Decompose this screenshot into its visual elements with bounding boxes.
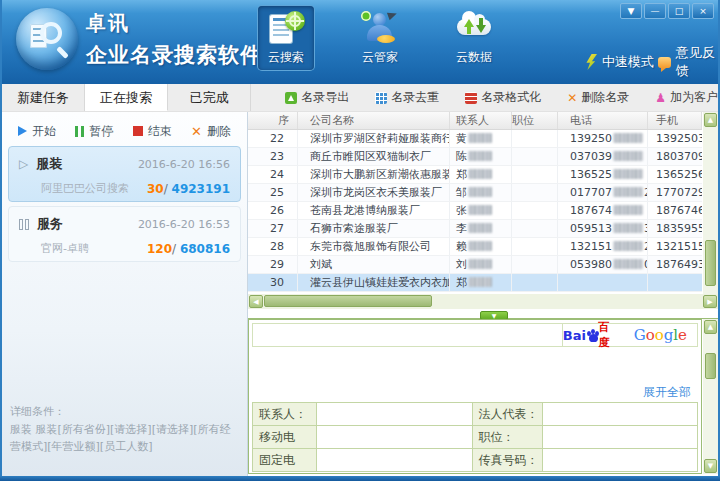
nav-cloud-manager-button[interactable]: 云管家 (352, 6, 408, 70)
delete-task-button[interactable]: ✕ 删除 (191, 123, 231, 140)
maximize-button[interactable]: □ (668, 3, 690, 19)
table-horizontal-scrollbar[interactable]: ◀ ▶ (248, 294, 718, 309)
column-header[interactable]: 职位 (512, 112, 558, 129)
close-button[interactable]: × (692, 3, 714, 19)
dedupe-list-button[interactable]: 名录去重 (375, 89, 439, 106)
blurred-text (613, 259, 643, 269)
cell-contact: 张 (450, 202, 512, 219)
scrollbar-thumb[interactable] (264, 295, 432, 307)
cell-no: 22 (248, 130, 298, 147)
table-row[interactable]: 26苍南县龙港博纳服装厂张18767418767465 (248, 202, 702, 220)
running-state-icon: ▷ (19, 158, 28, 170)
format-list-button[interactable]: 名录格式化 (465, 89, 541, 106)
table-row[interactable]: 25深圳市龙岗区衣禾美服装厂邹017707217707299 (248, 184, 702, 202)
task-card-service[interactable]: 服务 2016-6-20 16:53 官网-卓聘 120/ 680816 (8, 206, 241, 262)
column-header[interactable]: 联系人 (450, 112, 512, 129)
paused-state-icon (19, 219, 29, 230)
form-value[interactable] (543, 426, 699, 448)
form-value[interactable] (317, 449, 473, 471)
cell-no: 29 (248, 256, 298, 273)
cell-contact: 郑 (450, 166, 512, 183)
column-header[interactable]: 手机 (648, 112, 702, 129)
detail-preview-panel: Bai 百度 Google 展开全部 联系人：法人代表：移动电话：职位：固定电话… (248, 319, 702, 474)
feedback-button[interactable]: 意见反馈 (658, 52, 720, 72)
form-value[interactable] (317, 426, 473, 448)
column-header[interactable]: 公司名称 (298, 112, 450, 129)
keyword-area (253, 324, 563, 346)
cell-phone: 1321512 (558, 238, 648, 255)
cell-company: 石狮市索途服装厂 (298, 220, 450, 237)
cell-contact: 黄 (450, 130, 512, 147)
form-value[interactable] (543, 403, 699, 425)
conditions-text: 服装 服装[所有省份][请选择][请选择][所有经营模式][年营业额][员工人数… (10, 421, 239, 456)
nav-cloud-search-button[interactable]: 云搜索 (258, 6, 314, 70)
google-link[interactable]: Google (634, 326, 687, 344)
baidu-link[interactable]: Bai 百度 (563, 320, 616, 350)
table-vertical-scrollbar[interactable]: ▲ ▼ (703, 112, 718, 309)
cell-mobile: 13925036 (648, 130, 702, 147)
scroll-up-icon[interactable]: ▲ (704, 113, 717, 127)
table-row[interactable]: 22深圳市罗湖区舒莉娅服装商行黄13925013925036 (248, 130, 702, 148)
column-header[interactable]: 序号 (248, 112, 298, 129)
cell-company: 深圳市大鹏新区新潮依惠服装... (298, 166, 450, 183)
task-sidebar: 开始 暂停 结束 ✕ 删除 ▷ 服装 2016-6-20 16:56 阿里 (2, 112, 248, 476)
table-row[interactable]: 24深圳市大鹏新区新潮依惠服装...郑13652513652564 (248, 166, 702, 184)
cell-contact: 陈 (450, 148, 512, 165)
table-row[interactable]: 28东莞市薇旭服饰有限公司赖132151213215152 (248, 238, 702, 256)
delete-list-button[interactable]: ✕ 删除名录 (567, 89, 629, 106)
nav-cloud-data-button[interactable]: 云数据 (446, 6, 502, 70)
stop-button[interactable]: 结束 (133, 123, 172, 140)
scroll-left-icon[interactable]: ◀ (249, 295, 263, 308)
expand-all-link[interactable]: 展开全部 (643, 384, 691, 401)
skin-menu-button[interactable]: ▼ (620, 3, 642, 19)
cell-company: 深圳市罗湖区舒莉娅服装商行 (298, 130, 450, 147)
export-list-button[interactable]: 名录导出 (285, 89, 349, 106)
app-title: 卓讯 企业名录搜索软件 (86, 10, 262, 69)
cell-no: 25 (248, 184, 298, 201)
start-button[interactable]: 开始 (18, 123, 56, 140)
table-row[interactable]: 30灌云县伊山镇娃娃爱衣内衣加...郑 (248, 274, 702, 292)
blurred-text (468, 241, 492, 251)
column-header[interactable]: 电话 (558, 112, 648, 129)
minimize-button[interactable]: — (644, 3, 666, 19)
tab-completed[interactable]: 已完成 (168, 84, 251, 111)
task-card-clothing[interactable]: ▷ 服装 2016-6-20 16:56 阿里巴巴公司搜索 30/ 492319… (8, 146, 241, 202)
form-value[interactable] (543, 449, 699, 471)
scrollbar-thumb[interactable] (705, 240, 716, 286)
tab-searching[interactable]: 正在搜索 (85, 84, 168, 111)
blurred-text (613, 133, 643, 143)
table-header: 序号公司名称联系人职位电话手机 (248, 112, 702, 130)
cell-no: 30 (248, 274, 298, 291)
table-row[interactable]: 27石狮市索途服装厂李0595133766718359551 (248, 220, 702, 238)
dedupe-grid-icon (375, 92, 387, 104)
title-bar: 卓讯 企业名录搜索软件 云搜索 云管家 云数据 中 (0, 0, 720, 84)
preview-vertical-scrollbar[interactable]: ▲ ▼ (703, 319, 718, 474)
add-customer-button[interactable]: ♟ 加为客户 (655, 89, 718, 106)
table-row[interactable]: 23商丘市睢阳区双猫制衣厂陈03703918037097 (248, 148, 702, 166)
app-logo-icon (16, 8, 78, 70)
blurred-text (613, 241, 643, 251)
scroll-up-icon[interactable]: ▲ (704, 320, 717, 334)
cell-pos (512, 274, 558, 291)
blurred-text (468, 151, 492, 161)
cell-no: 24 (248, 166, 298, 183)
scroll-down-icon[interactable]: ▼ (704, 459, 717, 473)
conditions-title: 详细条件： (10, 403, 239, 421)
table-row[interactable]: 29刘斌刘053980018764932 (248, 256, 702, 274)
window-border (0, 476, 720, 481)
form-label: 传真号码： (473, 449, 543, 471)
pause-button[interactable]: 暂停 (75, 123, 113, 140)
blurred-text (613, 223, 643, 233)
baidu-paw-icon (587, 329, 597, 342)
scroll-right-icon[interactable]: ▶ (703, 295, 717, 308)
paper-plane-icon (387, 10, 398, 21)
blurred-text (613, 205, 643, 215)
speed-mode-button[interactable]: 中速模式 (585, 52, 654, 72)
cell-company: 东莞市薇旭服饰有限公司 (298, 238, 450, 255)
tab-new-task[interactable]: 新建任务 (2, 84, 85, 111)
form-row: 联系人：法人代表： (253, 403, 698, 426)
blurred-text (468, 223, 492, 233)
form-value[interactable] (317, 403, 473, 425)
scrollbar-thumb[interactable] (705, 353, 716, 379)
clock-icon (361, 11, 371, 21)
